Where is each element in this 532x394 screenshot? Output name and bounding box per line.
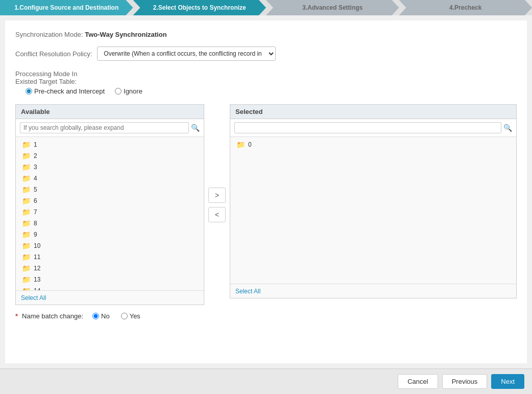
available-item-name: 3 <box>34 164 37 171</box>
sync-mode-label: Synchronization Mode: <box>15 31 83 38</box>
processing-precheck-label: Pre-check and Intercept <box>26 87 105 95</box>
selected-select-all[interactable]: Select All <box>235 288 260 295</box>
available-search-input[interactable] <box>20 122 189 133</box>
sync-mode-value: Two-Way Synchronization <box>85 31 166 38</box>
move-right-button[interactable]: > <box>208 188 226 203</box>
available-panel: Available 🔍 📁1📁2📁3📁4📁5📁6📁7📁8📁9📁10📁11📁12📁… <box>15 104 204 305</box>
available-item[interactable]: 📁5 <box>16 184 204 195</box>
folder-icon: 📁 <box>22 186 31 194</box>
folder-icon: 📁 <box>22 230 31 239</box>
available-item-name: 9 <box>34 231 37 238</box>
processing-precheck-text: Pre-check and Intercept <box>34 87 105 95</box>
processing-ignore-label: Ignore <box>115 87 142 95</box>
available-item[interactable]: 📁1 <box>16 139 204 150</box>
footer: Cancel Previous Next <box>0 368 532 394</box>
available-item-name: 10 <box>34 242 40 249</box>
available-select-all[interactable]: Select All <box>21 294 46 302</box>
folder-icon: 📁 <box>22 163 31 171</box>
folder-icon: 📁 <box>22 275 31 284</box>
processing-title: Proccessing Mode In Existed Target Table… <box>15 70 517 85</box>
conflict-resolution-select[interactable]: Overwrite (When a conflict occurs, the c… <box>97 47 276 61</box>
batch-no-text: No <box>101 312 110 320</box>
processing-precheck-radio[interactable] <box>26 88 32 95</box>
selected-list-items: 📁 0 <box>230 137 516 284</box>
main-content: Synchronization Mode: Two-Way Synchroniz… <box>5 20 527 363</box>
available-item[interactable]: 📁8 <box>16 218 204 229</box>
selected-search-button[interactable]: 🔍 <box>503 124 512 132</box>
folder-icon: 📁 <box>22 152 31 160</box>
available-panel-header: Available <box>16 105 204 119</box>
processing-mode-options: Pre-check and Intercept Ignore <box>26 87 517 95</box>
folder-icon: 📁 <box>22 253 31 261</box>
available-item-name: 1 <box>34 141 37 148</box>
selected-panel-header: Selected <box>230 105 516 119</box>
available-item[interactable]: 📁12 <box>16 263 204 274</box>
batch-no-label: No <box>92 312 110 320</box>
transfer-section: Available 🔍 📁1📁2📁3📁4📁5📁6📁7📁8📁9📁10📁11📁12📁… <box>15 104 517 305</box>
available-item[interactable]: 📁10 <box>16 240 204 251</box>
step4-label: 4.Precheck <box>449 4 481 11</box>
wizard-step-4[interactable]: 4.Precheck <box>399 0 533 15</box>
name-batch-row: * Name batch change: No Yes <box>15 312 517 320</box>
step3-label: 3.Advanced Settings <box>302 4 362 11</box>
cancel-button[interactable]: Cancel <box>398 374 438 389</box>
folder-icon: 📁 <box>22 208 31 216</box>
available-item-name: 5 <box>34 186 37 193</box>
available-item-name: 12 <box>34 265 40 272</box>
available-search-button[interactable]: 🔍 <box>191 124 200 132</box>
available-item-name: 4 <box>34 175 37 182</box>
previous-button[interactable]: Previous <box>442 374 488 389</box>
selected-item-0-name: 0 <box>248 141 252 148</box>
batch-star: * <box>15 312 18 320</box>
available-panel-footer: Select All <box>16 290 204 305</box>
wizard-step-2[interactable]: 2.Select Objects to Synchronize <box>133 0 267 15</box>
selected-item-0[interactable]: 📁 0 <box>230 139 516 150</box>
step2-label: 2.Select Objects to Synchronize <box>153 4 246 11</box>
selected-panel: Selected 🔍 📁 0 Select All <box>230 104 517 298</box>
conflict-label: Conflict Resolution Policy: <box>15 50 92 58</box>
batch-no-radio[interactable] <box>92 313 99 319</box>
folder-icon: 📁 <box>236 141 245 149</box>
batch-yes-radio[interactable] <box>121 313 128 319</box>
available-item[interactable]: 📁11 <box>16 251 204 263</box>
step1-label: 1.Configure Source and Destination <box>14 4 118 11</box>
available-item[interactable]: 📁4 <box>16 173 204 184</box>
available-item[interactable]: 📁14 <box>16 285 204 290</box>
sync-mode-row: Synchronization Mode: Two-Way Synchroniz… <box>15 31 517 38</box>
available-list-items: 📁1📁2📁3📁4📁5📁6📁7📁8📁9📁10📁11📁12📁13📁14 <box>16 137 204 290</box>
transfer-buttons: > < <box>208 188 226 222</box>
selected-panel-footer: Select All <box>230 284 516 298</box>
processing-ignore-radio[interactable] <box>115 88 122 95</box>
wizard-step-1[interactable]: 1.Configure Source and Destination <box>0 0 133 15</box>
batch-yes-label: Yes <box>121 312 140 320</box>
processing-line2: Existed Target Table: <box>15 78 77 85</box>
available-item-name: 6 <box>34 197 37 204</box>
next-button[interactable]: Next <box>491 374 524 389</box>
available-item[interactable]: 📁2 <box>16 150 204 161</box>
available-item[interactable]: 📁7 <box>16 206 204 218</box>
batch-label-text: Name batch change: <box>22 312 83 320</box>
available-search-row: 🔍 <box>16 119 204 137</box>
available-item[interactable]: 📁13 <box>16 274 204 285</box>
folder-icon: 📁 <box>22 174 31 182</box>
available-item-name: 13 <box>34 276 40 283</box>
move-left-button[interactable]: < <box>208 207 226 222</box>
folder-icon: 📁 <box>22 141 31 149</box>
batch-yes-text: Yes <box>130 312 140 320</box>
available-item-name: 11 <box>34 253 40 261</box>
folder-icon: 📁 <box>22 197 31 205</box>
available-item[interactable]: 📁9 <box>16 229 204 240</box>
wizard-steps: 1.Configure Source and Destination 2.Sel… <box>0 0 532 15</box>
folder-icon: 📁 <box>22 219 31 227</box>
processing-line1: Proccessing Mode In <box>15 70 77 78</box>
available-item[interactable]: 📁3 <box>16 161 204 173</box>
available-item-name: 7 <box>34 208 37 216</box>
available-item[interactable]: 📁6 <box>16 195 204 206</box>
selected-search-row: 🔍 <box>230 119 516 137</box>
processing-mode-block: Proccessing Mode In Existed Target Table… <box>15 70 517 95</box>
wizard-step-3[interactable]: 3.Advanced Settings <box>266 0 399 15</box>
folder-icon: 📁 <box>22 287 31 290</box>
selected-search-input[interactable] <box>234 122 501 133</box>
available-item-name: 2 <box>34 152 37 159</box>
available-item-name: 8 <box>34 220 37 227</box>
